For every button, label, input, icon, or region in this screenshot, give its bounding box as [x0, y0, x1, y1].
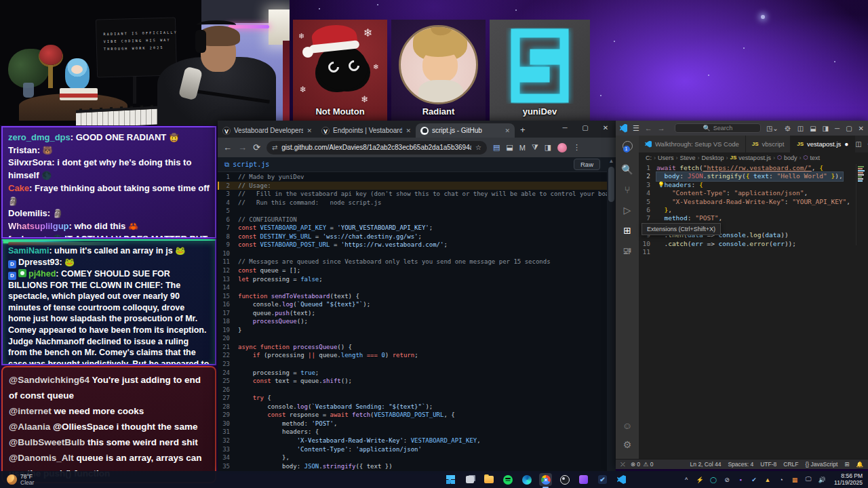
line-number[interactable]: 16 [218, 300, 238, 309]
taskbar-icon-obs[interactable] [558, 473, 571, 486]
chat-username[interactable]: Cake [8, 183, 29, 193]
tray-icon-10[interactable]: 🔊 [818, 476, 826, 483]
line-number[interactable]: 1 [218, 173, 238, 182]
close-icon[interactable]: ✕ [595, 121, 616, 136]
chat-username[interactable]: Dolemilis [8, 208, 47, 218]
status-item[interactable]: {} JavaScript [806, 461, 838, 468]
chat-username[interactable]: Whatsuplilgup [8, 221, 69, 231]
back-icon[interactable]: ← [223, 142, 232, 152]
maximize-icon[interactable]: ▢ [846, 125, 852, 132]
line-number[interactable]: 3 [218, 190, 238, 199]
new-tab-button[interactable]: + [520, 125, 526, 138]
line-number[interactable]: 13 [218, 275, 238, 284]
breadcrumb-item[interactable]: body [784, 155, 797, 161]
line-number[interactable]: 17 [218, 309, 238, 318]
editor-tab[interactable]: Walkthrough: Setup VS Code [639, 136, 746, 152]
bookmark-star-icon[interactable]: ☆ [475, 144, 481, 151]
address-bar[interactable]: ⇄ gist.github.com/AlexDavies8/1a2ab2c83e… [267, 141, 487, 155]
line-number[interactable]: 23 [218, 360, 238, 369]
line-number[interactable]: 15 [218, 292, 238, 301]
site-info-icon[interactable]: ⇄ [272, 144, 277, 151]
menu-hamburger-icon[interactable]: ☰ [633, 124, 639, 133]
line-number[interactable]: 30 [218, 420, 238, 428]
scrollbar-thumb[interactable] [608, 167, 614, 202]
breadcrumb-item[interactable]: Desktop [702, 155, 724, 161]
chat-username[interactable]: pj4hed [28, 269, 56, 279]
line-number[interactable]: 11 [218, 258, 238, 266]
chat-username[interactable]: @Sandwichking64 [9, 375, 92, 385]
extensions-puzzle-icon[interactable]: ⧩ [532, 143, 538, 152]
minimize-icon[interactable]: ─ [555, 121, 575, 136]
extensions-icon[interactable]: ⊞ [616, 225, 639, 236]
status-item[interactable]: Ln 2, Col 44 [690, 461, 722, 468]
m-extension-icon[interactable]: M [519, 144, 526, 152]
breadcrumb-item[interactable]: Users [658, 155, 674, 161]
minimap[interactable] [856, 164, 865, 245]
taskbar-icon-vscode[interactable] [615, 473, 628, 486]
tray-icon-1[interactable]: ⚡ [696, 476, 704, 483]
browser-scrollbar[interactable]: ▲ [607, 157, 616, 471]
code-editor[interactable]: 1await fetch("https://rw.vestaboard.com/… [639, 164, 854, 256]
line-number[interactable]: 8 [218, 232, 238, 241]
raw-button[interactable]: Raw [574, 159, 600, 170]
line-number[interactable]: 9 [218, 241, 238, 249]
status-item[interactable]: UTF-8 [760, 461, 776, 468]
quick-fix-lightbulb-icon[interactable]: 💡 [658, 181, 665, 189]
account-icon[interactable]: ☺ [616, 420, 639, 431]
tray-icon-9[interactable]: 🖵 [804, 476, 812, 483]
line-number[interactable]: 32 [218, 436, 238, 445]
chat-username[interactable]: Tristan [8, 145, 37, 155]
profile-avatar[interactable] [557, 143, 567, 152]
docs-icon[interactable]: ▤ [493, 143, 500, 152]
toggle-panel-layout-icon[interactable]: ⯐ [785, 125, 791, 132]
archive-icon[interactable]: ⬓ [506, 143, 513, 152]
line-number[interactable]: 21 [218, 343, 238, 352]
line-number[interactable]: 28 [218, 403, 238, 411]
tab-close-icon[interactable]: ✕ [505, 127, 510, 134]
line-number[interactable]: 27 [218, 394, 238, 403]
line-number[interactable]: 29 [218, 411, 238, 420]
forward-icon[interactable]: → [658, 124, 665, 132]
line-number[interactable]: 33 [218, 445, 238, 454]
tab-close-icon[interactable]: ✕ [307, 127, 312, 134]
weather-widget[interactable]: 78°F Clear [0, 474, 224, 486]
line-number[interactable]: 25 [218, 377, 238, 386]
taskbar-icon-check[interactable]: ✔ [596, 473, 609, 486]
minimize-icon[interactable]: ─ [835, 125, 840, 132]
line-number[interactable]: 24 [218, 369, 238, 378]
taskbar-icon-spotify[interactable] [501, 473, 514, 486]
chat-username[interactable]: Dpresst93 [18, 258, 59, 267]
toggle-secondary-sidebar-icon[interactable]: ◨ [823, 125, 829, 132]
url-text[interactable]: gist.github.com/AlexDavies8/1a2ab2c83ecb… [281, 144, 471, 151]
copilot-icon[interactable]: ◳⌄ [766, 125, 778, 132]
tray-icon-2[interactable]: ◯ [709, 476, 717, 483]
notifications-bell-icon[interactable]: 🔔 [856, 461, 863, 468]
problems-errors[interactable]: ⊗ 0 ⚠ 0 [631, 461, 654, 468]
chat-username[interactable]: @internet [9, 406, 54, 416]
breadcrumb-item[interactable]: C: [646, 155, 652, 161]
remote-explorer-icon[interactable]: 🖳 [616, 245, 639, 256]
settings-gear-icon[interactable]: ⚙ [616, 439, 639, 450]
taskbar-icon-taskview[interactable] [463, 473, 476, 486]
chat-username[interactable]: SamiNami [8, 246, 49, 256]
remote-indicator-icon[interactable]: ⤫ [620, 461, 625, 468]
chat-username[interactable]: @BulbSweetBulb [9, 437, 87, 447]
toggle-sidebar-icon[interactable]: ◫ [797, 125, 804, 132]
breadcrumb-item[interactable]: Steve [680, 155, 696, 161]
chat-username[interactable]: @Alaania [9, 422, 53, 432]
tray-icon-3[interactable]: ⊘ [723, 476, 731, 483]
search-icon[interactable]: 🔍 [616, 164, 639, 175]
line-number[interactable]: 5 [218, 207, 238, 216]
tray-icon-5[interactable]: ✔ [750, 476, 758, 483]
line-number[interactable]: 12 [218, 266, 238, 275]
reload-icon[interactable]: ⟳ [253, 142, 260, 152]
menu-kebab-icon[interactable]: ⋮ [573, 143, 580, 152]
line-number[interactable]: 18 [218, 317, 238, 326]
browser-tab[interactable]: VVestaboard Developers | Vestab✕ [218, 123, 317, 138]
taskbar-icon-folder[interactable] [482, 473, 495, 486]
copilot-status-icon[interactable]: ⊞ [844, 461, 849, 468]
taskbar-icon-start[interactable] [444, 473, 457, 486]
line-number[interactable]: 19 [218, 326, 238, 335]
chat-username[interactable]: SilvxrSora [8, 157, 52, 167]
back-icon[interactable]: ← [645, 124, 652, 132]
